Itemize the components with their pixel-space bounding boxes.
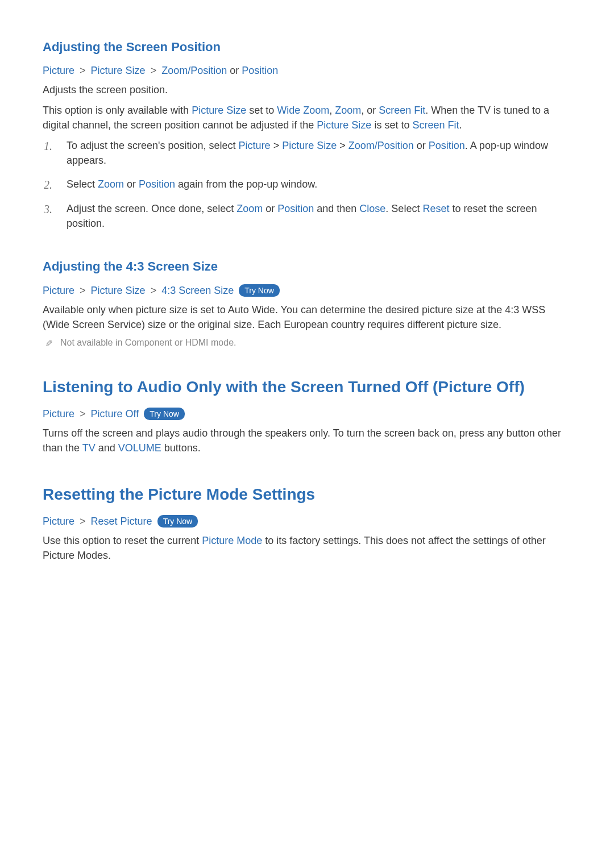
note: ✎ Not available in Component or HDMI mod… — [43, 338, 571, 348]
breadcrumb-or: or — [230, 65, 239, 76]
breadcrumb-sep: > — [151, 285, 157, 296]
breadcrumb-sep: > — [80, 65, 86, 76]
breadcrumb-sep: > — [80, 285, 86, 296]
try-now-button[interactable]: Try Now — [157, 515, 198, 528]
try-now-button[interactable]: Try Now — [239, 284, 280, 297]
breadcrumb-sep: > — [80, 408, 86, 420]
ordered-list: 1. To adjust the screen's position, sele… — [43, 138, 571, 230]
paragraph: This option is only available with Pictu… — [43, 103, 571, 132]
list-number: 3. — [44, 201, 52, 218]
list-item: 3. Adjust the screen. Once done, select … — [60, 201, 571, 231]
paragraph: Available only when picture size is set … — [43, 302, 571, 332]
paragraph: Adjusts the screen position. — [43, 82, 571, 97]
heading-picture-off: Listening to Audio Only with the Screen … — [43, 377, 571, 397]
breadcrumb-43-size: Picture > Picture Size > 4:3 Screen Size… — [43, 284, 571, 297]
breadcrumb-link[interactable]: Picture — [43, 408, 74, 420]
breadcrumb-reset-picture: Picture > Reset Picture Try Now — [43, 515, 571, 528]
breadcrumb-sep: > — [151, 65, 157, 76]
paragraph: Turns off the screen and plays audio thr… — [43, 426, 571, 455]
inline-link[interactable]: Screen Fit — [379, 105, 425, 116]
inline-link[interactable]: Picture Size — [282, 140, 337, 151]
breadcrumb-link[interactable]: Picture — [43, 285, 74, 296]
heading-reset-picture: Resetting the Picture Mode Settings — [43, 484, 571, 505]
inline-link[interactable]: Position — [429, 140, 465, 151]
pencil-icon: ✎ — [43, 339, 54, 347]
list-number: 2. — [44, 177, 52, 193]
heading-screen-position: Adjusting the Screen Position — [43, 40, 571, 55]
breadcrumb-link[interactable]: Picture Off — [91, 408, 139, 420]
inline-link[interactable]: Reset — [422, 203, 449, 214]
inline-link[interactable]: Screen Fit — [412, 119, 459, 131]
paragraph: Use this option to reset the current Pic… — [43, 533, 571, 563]
inline-link[interactable]: Wide Zoom — [277, 105, 329, 116]
inline-link[interactable]: Zoom — [98, 178, 124, 190]
inline-link[interactable]: TV — [82, 442, 96, 454]
breadcrumb-sep: > — [80, 516, 86, 527]
inline-link[interactable]: Picture — [239, 140, 271, 151]
breadcrumb-link[interactable]: Position — [242, 65, 278, 76]
inline-link[interactable]: Zoom/Position — [349, 140, 414, 151]
breadcrumb-link[interactable]: Picture Size — [91, 285, 146, 296]
inline-link[interactable]: Close — [359, 203, 385, 214]
breadcrumb-link[interactable]: Zoom/Position — [161, 65, 227, 76]
breadcrumb-link[interactable]: Picture — [43, 65, 74, 76]
section-43-size: Adjusting the 4:3 Screen Size Picture > … — [43, 259, 571, 348]
inline-link[interactable]: Picture Size — [317, 119, 371, 131]
breadcrumb-screen-position: Picture > Picture Size > Zoom/Position o… — [43, 65, 571, 77]
section-reset-picture: Resetting the Picture Mode Settings Pict… — [43, 484, 571, 563]
breadcrumb-link[interactable]: 4:3 Screen Size — [161, 285, 234, 296]
inline-link[interactable]: Position — [139, 178, 175, 190]
try-now-button[interactable]: Try Now — [144, 408, 185, 420]
breadcrumb-picture-off: Picture > Picture Off Try Now — [43, 408, 571, 420]
inline-link[interactable]: VOLUME — [118, 442, 161, 454]
note-text: Not available in Component or HDMI mode. — [60, 338, 236, 348]
section-picture-off: Listening to Audio Only with the Screen … — [43, 377, 571, 456]
inline-link[interactable]: Position — [277, 203, 314, 214]
list-number: 1. — [44, 138, 52, 155]
breadcrumb-link[interactable]: Picture Size — [91, 65, 146, 76]
breadcrumb-link[interactable]: Picture — [43, 516, 74, 527]
heading-43-size: Adjusting the 4:3 Screen Size — [43, 259, 571, 274]
list-item: 2. Select Zoom or Position again from th… — [60, 177, 571, 192]
breadcrumb-link[interactable]: Reset Picture — [91, 516, 152, 527]
section-screen-position: Adjusting the Screen Position Picture > … — [43, 40, 571, 231]
inline-link[interactable]: Zoom — [237, 203, 263, 214]
inline-link[interactable]: Picture Mode — [202, 535, 262, 546]
inline-link[interactable]: Picture Size — [192, 105, 246, 116]
list-item: 1. To adjust the screen's position, sele… — [60, 138, 571, 168]
inline-link[interactable]: Zoom — [335, 105, 361, 116]
